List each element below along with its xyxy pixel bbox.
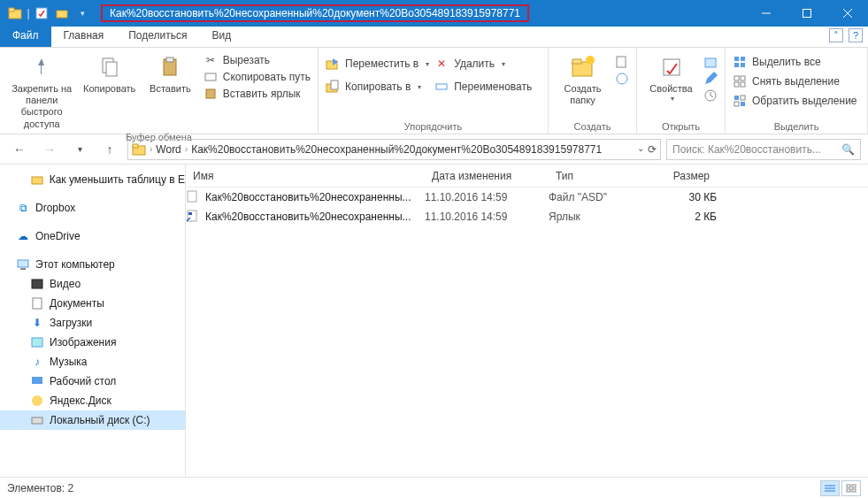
col-date[interactable]: Дата изменения xyxy=(425,170,549,182)
file-row[interactable]: Как%20восстановить%20несохраненны... 11.… xyxy=(186,207,868,226)
tree-item-documents[interactable]: Документы xyxy=(0,294,185,313)
recent-locations-button[interactable]: ▾ xyxy=(67,138,92,161)
history-icon[interactable] xyxy=(703,88,718,103)
svg-rect-17 xyxy=(436,84,447,89)
select-all-icon xyxy=(733,55,747,69)
search-icon[interactable]: 🔍 xyxy=(841,143,855,156)
svg-rect-30 xyxy=(734,76,739,80)
group-label-create: Создать xyxy=(556,119,629,132)
new-folder-button[interactable]: Создать папку xyxy=(556,51,610,106)
folder-icon xyxy=(5,4,25,23)
disk-icon xyxy=(30,413,44,427)
qat-new-folder-icon[interactable] xyxy=(52,4,72,23)
svg-rect-11 xyxy=(166,57,173,62)
tree-item-music[interactable]: ♪Музыка xyxy=(0,352,185,372)
rename-button[interactable]: Переименовать xyxy=(434,80,532,94)
edit-icon[interactable] xyxy=(703,72,718,86)
col-size[interactable]: Размер xyxy=(646,170,717,182)
close-button[interactable] xyxy=(827,0,868,27)
properties-icon xyxy=(657,53,686,81)
status-bar: Элементов: 2 xyxy=(0,477,868,498)
paste-button[interactable]: Вставить xyxy=(142,51,198,95)
svg-rect-16 xyxy=(331,80,338,89)
open-icon[interactable] xyxy=(703,55,718,69)
qat-properties-icon[interactable] xyxy=(32,4,51,23)
quick-access-toolbar: | ▾ xyxy=(0,4,92,23)
svg-rect-37 xyxy=(741,102,745,106)
search-input[interactable]: Поиск: Как%20восстановить... 🔍 xyxy=(666,139,861,160)
easy-access-icon[interactable] xyxy=(615,72,629,86)
svg-rect-49 xyxy=(188,191,196,202)
column-headers[interactable]: Имя Дата изменения Тип Размер xyxy=(186,165,868,188)
svg-rect-9 xyxy=(106,62,117,76)
svg-rect-44 xyxy=(33,298,42,309)
tree-item-this-pc[interactable]: Этот компьютер xyxy=(0,255,185,274)
onedrive-icon: ☁ xyxy=(16,229,30,243)
address-dropdown-icon[interactable]: ⌄ xyxy=(637,143,644,156)
properties-button[interactable]: Свойства▾ xyxy=(644,51,698,103)
col-type[interactable]: Тип xyxy=(549,170,646,182)
tree-item-pictures[interactable]: Изображения xyxy=(0,333,185,352)
minimize-button[interactable] xyxy=(746,0,787,27)
address-bar[interactable]: › Word › Как%20восстановить%20несохранен… xyxy=(127,139,661,160)
qat-dropdown-icon[interactable]: ▾ xyxy=(73,4,92,23)
svg-rect-29 xyxy=(741,63,745,67)
navigation-tree[interactable]: Как уменьшить таблицу в E ⧉Dropbox ☁OneD… xyxy=(0,165,186,477)
tree-item-dropbox[interactable]: ⧉Dropbox xyxy=(0,198,185,218)
computer-icon xyxy=(16,257,30,272)
svg-rect-28 xyxy=(734,63,739,67)
file-list: Имя Дата изменения Тип Размер Как%20восс… xyxy=(186,165,868,477)
tree-item-desktop[interactable]: Рабочий стол xyxy=(0,372,185,391)
svg-rect-40 xyxy=(32,177,42,184)
cut-button[interactable]: ✂Вырезать xyxy=(204,53,311,67)
tree-item-folder[interactable]: Как уменьшить таблицу в E xyxy=(0,170,185,189)
svg-rect-48 xyxy=(32,418,42,424)
tab-home[interactable]: Главная xyxy=(51,27,117,47)
tree-item-onedrive[interactable]: ☁OneDrive xyxy=(0,226,185,246)
svg-point-22 xyxy=(617,73,627,84)
paste-shortcut-button[interactable]: Вставить ярлык xyxy=(204,87,311,101)
help-icon[interactable]: ? xyxy=(849,28,863,42)
group-label-open: Открыть xyxy=(644,119,718,132)
refresh-icon[interactable]: ⟳ xyxy=(648,143,657,156)
svg-rect-58 xyxy=(852,489,856,492)
invert-selection-button[interactable]: Обратить выделение xyxy=(733,94,857,108)
up-button[interactable]: ↑ xyxy=(97,138,122,161)
svg-rect-36 xyxy=(734,102,739,106)
new-folder-icon xyxy=(569,53,597,81)
select-all-button[interactable]: Выделить все xyxy=(733,55,857,69)
forward-button[interactable]: → xyxy=(37,138,62,161)
tree-item-yandex-disk[interactable]: Яндекс.Диск xyxy=(0,391,185,410)
folder-icon xyxy=(132,142,146,157)
breadcrumb-current[interactable]: Как%20восстановить%20несохраненный%20док… xyxy=(191,143,602,156)
tab-share[interactable]: Поделиться xyxy=(116,27,199,47)
tree-item-local-disk-c[interactable]: Локальный диск (C:) xyxy=(0,410,185,430)
copy-button[interactable]: Копировать xyxy=(81,51,137,95)
move-to-button[interactable]: Переместить в▾ xyxy=(326,57,429,71)
col-name[interactable]: Имя xyxy=(186,170,425,182)
copy-path-button[interactable]: Скопировать путь xyxy=(204,70,311,84)
view-details-button[interactable] xyxy=(820,480,840,496)
view-large-icons-button[interactable] xyxy=(841,480,861,496)
pin-to-quick-access-button[interactable]: Закрепить на панели быстрого доступа xyxy=(7,51,76,130)
delete-button[interactable]: ✕Удалить▾ xyxy=(434,57,532,71)
svg-rect-23 xyxy=(664,59,680,75)
file-row[interactable]: Как%20восстановить%20несохраненны... 11.… xyxy=(186,188,868,207)
ribbon-expand-icon[interactable]: ˄ xyxy=(829,28,843,42)
select-none-button[interactable]: Снять выделение xyxy=(733,74,857,88)
title-bar: | ▾ Как%20восстановить%20несохраненный%2… xyxy=(0,0,868,27)
tree-item-downloads[interactable]: ⬇Загрузки xyxy=(0,313,185,333)
yandex-disk-icon xyxy=(30,394,44,408)
pictures-icon xyxy=(30,335,44,349)
select-none-icon xyxy=(733,74,747,88)
tree-item-videos[interactable]: Видео xyxy=(0,274,185,294)
svg-rect-46 xyxy=(32,377,42,384)
new-item-icon[interactable] xyxy=(615,55,629,69)
breadcrumb-word[interactable]: Word xyxy=(156,143,181,156)
tab-view[interactable]: Вид xyxy=(199,27,243,47)
maximize-button[interactable] xyxy=(787,0,827,27)
copy-to-button[interactable]: Копировать в▾ xyxy=(326,80,429,94)
file-tab[interactable]: Файл xyxy=(0,27,51,47)
svg-rect-21 xyxy=(617,57,626,67)
back-button[interactable]: ← xyxy=(7,138,32,161)
